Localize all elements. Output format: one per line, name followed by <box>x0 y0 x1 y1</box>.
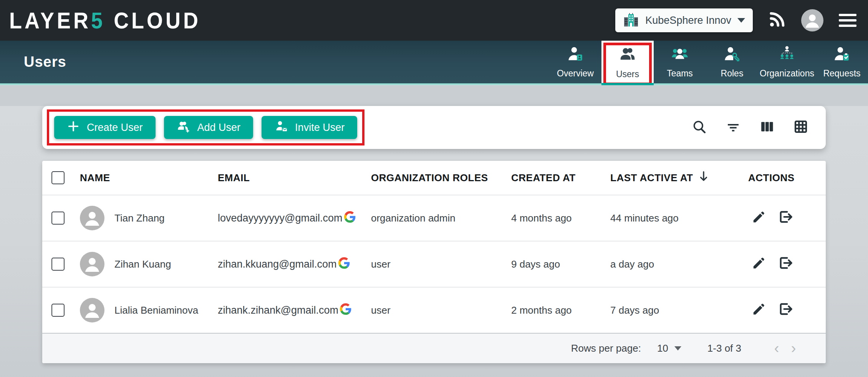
column-header-name[interactable]: NAME <box>80 172 218 184</box>
user-name: Lialia Beniaminova <box>114 304 198 316</box>
google-icon <box>338 257 350 271</box>
select-all-checkbox[interactable] <box>51 171 65 184</box>
edit-icon[interactable] <box>751 301 767 319</box>
column-header-last-active-at[interactable]: LAST ACTIVE AT <box>610 171 748 185</box>
last-active-at: 7 days ago <box>610 304 748 316</box>
column-header-email[interactable]: EMAIL <box>218 172 371 184</box>
exit-icon[interactable] <box>777 301 793 320</box>
created-at: 4 months ago <box>511 212 610 224</box>
person-add-icon <box>177 119 190 136</box>
person-key-icon <box>722 45 742 65</box>
org-hierarchy-icon <box>777 45 797 65</box>
filter-icon[interactable] <box>725 119 741 136</box>
hamburger-menu-icon[interactable] <box>839 14 856 27</box>
nav-label: Teams <box>667 68 693 79</box>
users-table: NAME EMAIL ORGANIZATION ROLES CREATED AT… <box>42 161 826 363</box>
rows-per-page-select[interactable]: 10 <box>657 342 681 354</box>
nav-item-organizations[interactable]: Organizations <box>758 41 816 83</box>
grid-icon[interactable] <box>793 119 809 136</box>
created-at: 9 days ago <box>511 258 610 270</box>
chevron-down-icon <box>737 18 745 23</box>
last-active-at: a day ago <box>610 258 748 270</box>
secondary-nav-bar: Users Overview <box>0 41 868 83</box>
red-annotation-box-buttons: Create User Add User <box>47 109 364 146</box>
nav-item-roles[interactable]: Roles <box>706 41 758 83</box>
previous-page-button[interactable]: ‹ <box>768 340 785 357</box>
column-header-organization-roles[interactable]: ORGANIZATION ROLES <box>371 172 511 184</box>
table-header-row: NAME EMAIL ORGANIZATION ROLES CREATED AT… <box>42 161 826 195</box>
layer5-cloud-logo: LAYER5 CLOUD <box>9 8 201 33</box>
edit-icon[interactable] <box>751 209 767 227</box>
nav-label: Overview <box>557 68 594 79</box>
nav-item-teams[interactable]: Teams <box>654 41 706 83</box>
row-checkbox[interactable] <box>51 304 65 317</box>
section-nav: Overview Users <box>549 41 868 83</box>
chevron-down-icon <box>674 346 681 351</box>
org-switcher-dropdown[interactable]: KubeSphere Innov <box>615 8 753 32</box>
user-email: lovedayyyyyyy@gmail.com <box>218 212 343 224</box>
column-header-created-at[interactable]: CREATED AT <box>511 172 610 184</box>
table-row: Lialia Beniaminova zihank.zihank@gmail.c… <box>42 287 826 333</box>
create-user-button[interactable]: Create User <box>54 116 156 139</box>
org-role: organization admin <box>371 212 511 224</box>
created-at: 2 months ago <box>511 304 610 316</box>
nav-label: Roles <box>721 68 744 79</box>
org-role: user <box>371 304 511 316</box>
add-user-button[interactable]: Add User <box>164 116 253 139</box>
table-row: Tian Zhang lovedayyyyyyy@gmail.com organ… <box>42 195 826 241</box>
nav-item-requests[interactable]: Requests <box>816 41 868 83</box>
user-avatar[interactable] <box>801 9 823 31</box>
pagination-range: 1-3 of 3 <box>707 342 741 354</box>
logo-word2: CLOUD <box>114 8 201 33</box>
row-checkbox[interactable] <box>51 212 65 225</box>
row-checkbox[interactable] <box>51 258 65 271</box>
table-row: Zihan Kuang zihan.kkuang@gmail.com user … <box>42 241 826 287</box>
plus-icon <box>67 120 80 136</box>
sort-desc-arrow-icon <box>698 171 709 185</box>
logo-word1: LAYER <box>9 8 91 33</box>
org-role: user <box>371 258 511 270</box>
google-icon <box>344 211 356 225</box>
nav-label: Users <box>616 69 639 79</box>
edit-icon[interactable] <box>751 255 767 273</box>
rss-icon[interactable] <box>768 11 786 30</box>
columns-icon[interactable] <box>759 119 775 136</box>
table-pagination-footer: Rows per page: 10 1-3 of 3 ‹ › <box>42 333 826 363</box>
column-header-actions: ACTIONS <box>748 172 826 184</box>
next-page-button[interactable]: › <box>785 340 802 357</box>
exit-icon[interactable] <box>777 209 793 228</box>
page-title: Users <box>24 54 66 70</box>
search-icon[interactable] <box>691 119 707 136</box>
user-name: Zihan Kuang <box>114 258 171 270</box>
logo-accent-digit: 5 <box>91 8 105 33</box>
row-avatar <box>80 252 104 276</box>
user-email: zihank.zihank@gmail.com <box>218 304 338 316</box>
people-icon <box>618 45 637 66</box>
button-label: Add User <box>197 122 241 134</box>
user-email: zihan.kkuang@gmail.com <box>218 258 337 270</box>
top-bar: LAYER5 CLOUD <box>0 0 868 41</box>
org-switcher-label: KubeSphere Innov <box>645 15 731 26</box>
users-toolbar: Create User Add User <box>42 106 826 149</box>
last-active-at: 44 minutes ago <box>610 212 748 224</box>
button-label: Invite User <box>295 122 345 134</box>
row-avatar <box>80 298 104 322</box>
active-tab-indicator <box>601 83 654 85</box>
person-badge-icon <box>566 45 585 65</box>
person-clipboard-icon <box>832 45 851 65</box>
nav-label: Organizations <box>760 68 814 79</box>
user-name: Tian Zhang <box>114 212 165 224</box>
row-avatar <box>80 206 104 230</box>
invite-user-button[interactable]: Invite User <box>262 116 357 139</box>
person-invite-icon <box>274 119 288 136</box>
page-content: Create User Add User <box>0 106 868 377</box>
exit-icon[interactable] <box>777 255 793 274</box>
team-icon <box>670 45 689 65</box>
nav-item-users-active[interactable]: Users <box>601 41 654 83</box>
red-annotation-box-users-tab: Users <box>603 43 652 85</box>
rows-per-page-label: Rows per page: <box>571 342 641 354</box>
google-icon <box>340 303 351 317</box>
building-icon <box>623 12 639 29</box>
nav-label: Requests <box>823 68 860 79</box>
nav-item-overview[interactable]: Overview <box>549 41 601 83</box>
